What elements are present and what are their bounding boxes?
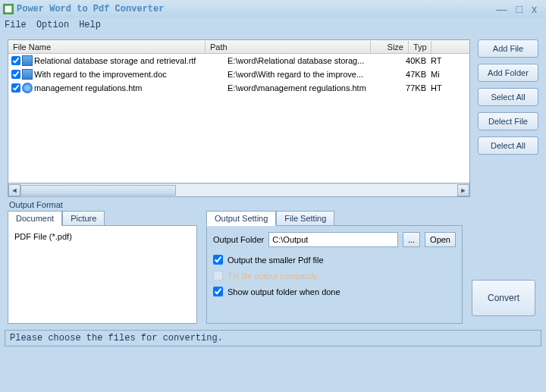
show-folder-checkbox[interactable]	[213, 287, 223, 296]
select-all-button[interactable]: Select All	[478, 88, 538, 106]
txt-compact-label: Txt file output compactly	[228, 271, 318, 281]
output-folder-label: Output Folder	[213, 235, 264, 244]
file-html-icon	[22, 83, 33, 93]
scroll-thumb[interactable]	[20, 185, 176, 196]
file-checkbox[interactable]	[11, 70, 20, 79]
status-bar: Please choose the files for converting.	[5, 330, 541, 347]
header-filename[interactable]: File Name	[8, 41, 206, 53]
smaller-pdf-checkbox[interactable]	[213, 255, 223, 265]
format-list[interactable]: PDF File (*.pdf)	[8, 225, 197, 324]
file-type: RT	[431, 56, 453, 65]
file-checkbox[interactable]	[11, 83, 20, 93]
horizontal-scrollbar[interactable]: ◄ ►	[8, 183, 470, 197]
output-folder-input[interactable]	[268, 232, 398, 247]
minimize-button[interactable]: —	[497, 3, 507, 15]
open-button[interactable]: Open	[425, 232, 456, 247]
file-list-header: File Name Path Size Typ	[8, 40, 469, 54]
file-doc-icon	[22, 69, 33, 80]
file-size: 47KB	[393, 70, 431, 79]
close-button[interactable]: x	[532, 3, 537, 15]
file-path: E:\word\With regard to the improve...	[228, 70, 393, 79]
title-bar: Power Word to Pdf Converter — □ x	[0, 0, 546, 18]
add-file-button[interactable]: Add File	[478, 39, 538, 58]
file-size: 40KB	[393, 56, 431, 65]
file-path: E:\word\management regulations.htm	[228, 83, 393, 93]
file-type: HT	[431, 83, 453, 93]
delete-file-button[interactable]: Delect File	[478, 112, 538, 130]
delete-all-button[interactable]: Delect All	[478, 136, 538, 155]
menu-file[interactable]: File	[5, 20, 27, 30]
smaller-pdf-label: Output the smaller Pdf file	[228, 256, 324, 265]
file-row[interactable]: With regard to the improvement.doc E:\wo…	[8, 67, 469, 81]
format-option[interactable]: PDF File (*.pdf)	[14, 232, 190, 241]
file-row[interactable]: management regulations.htm E:\word\manag…	[8, 81, 469, 95]
output-format-box: Document Picture PDF File (*.pdf)	[8, 211, 197, 324]
menu-option[interactable]: Option	[36, 20, 69, 30]
scroll-track[interactable]	[20, 185, 457, 196]
add-folder-button[interactable]: Add Folder	[478, 64, 538, 82]
app-title: Power Word to Pdf Converter	[17, 4, 164, 14]
maximize-button[interactable]: □	[516, 3, 522, 15]
file-type: Mi	[431, 70, 453, 79]
header-size[interactable]: Size	[371, 41, 409, 53]
file-row[interactable]: Relational database storage and retrieva…	[8, 54, 469, 67]
convert-button[interactable]: Convert	[472, 280, 535, 316]
tab-picture[interactable]: Picture	[62, 211, 105, 226]
file-name: With regard to the improvement.doc	[34, 70, 228, 79]
tab-file-setting[interactable]: File Setting	[276, 211, 334, 226]
file-path: E:\word\Relational database storag...	[228, 56, 393, 65]
file-list: File Name Path Size Typ Relational datab…	[8, 39, 470, 183]
file-name: management regulations.htm	[34, 83, 228, 93]
browse-button[interactable]: ...	[403, 232, 420, 247]
app-logo-icon	[3, 4, 14, 14]
txt-compact-checkbox	[213, 271, 223, 281]
scroll-right-icon[interactable]: ►	[457, 184, 469, 196]
file-size: 77KB	[393, 83, 431, 93]
output-format-label: Output Format	[0, 197, 546, 211]
header-type[interactable]: Typ	[409, 41, 431, 53]
settings-box: Output Setting File Setting Output Folde…	[206, 211, 463, 324]
tab-output-setting[interactable]: Output Setting	[206, 211, 276, 226]
file-doc-icon	[22, 55, 33, 66]
file-checkbox[interactable]	[11, 56, 20, 65]
tab-document[interactable]: Document	[8, 211, 62, 226]
menu-bar: File Option Help	[0, 18, 546, 33]
svg-rect-1	[5, 6, 12, 13]
header-path[interactable]: Path	[206, 41, 371, 53]
scroll-left-icon[interactable]: ◄	[8, 184, 20, 196]
file-name: Relational database storage and retrieva…	[34, 56, 228, 65]
menu-help[interactable]: Help	[79, 20, 101, 30]
show-folder-label: Show output folder when done	[228, 287, 340, 296]
